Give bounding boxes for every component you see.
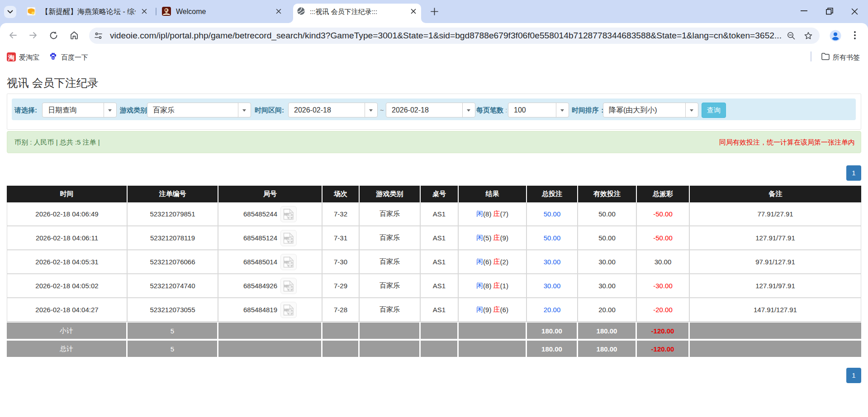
svg-text:淘: 淘: [8, 54, 14, 61]
svg-text:du: du: [52, 56, 55, 59]
